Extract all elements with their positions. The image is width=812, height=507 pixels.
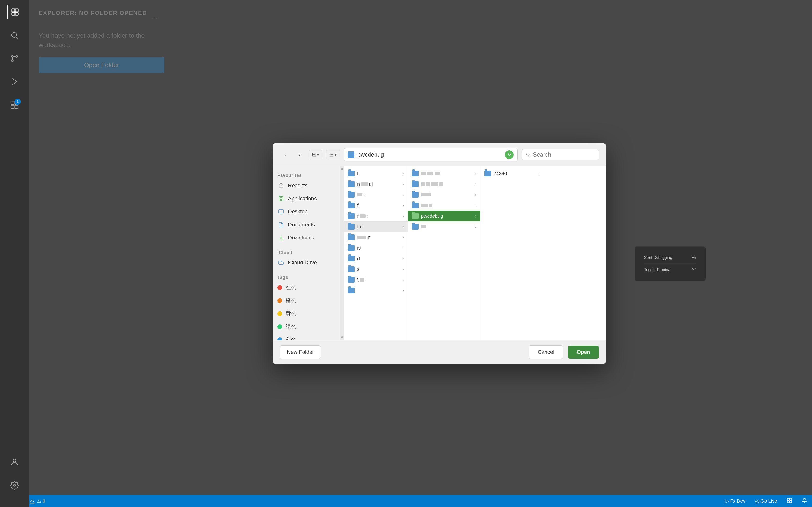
svg-point-8 [11, 60, 13, 62]
svg-point-14 [13, 459, 16, 462]
dialog-body: Favourites Recents [272, 166, 606, 340]
back-button[interactable]: ‹ [280, 149, 291, 160]
forward-button[interactable]: › [294, 149, 305, 160]
svg-rect-23 [278, 210, 284, 213]
location-refresh-button[interactable]: ↻ [505, 150, 514, 159]
folder-icon [348, 181, 355, 187]
folder-icon [412, 192, 418, 198]
chevron-icon: › [403, 203, 404, 208]
file-item[interactable]: nul › [344, 179, 408, 189]
status-warnings[interactable]: ⚠ 0 [30, 498, 45, 504]
cancel-button[interactable]: Cancel [528, 345, 563, 359]
extensions-sidebar-icon[interactable]: 1 [7, 98, 22, 112]
file-item[interactable]: › [408, 200, 480, 211]
columns-view-button[interactable]: ⊞ ▾ [309, 150, 322, 160]
chevron-icon: › [403, 225, 404, 229]
chevron-icon: › [403, 246, 404, 250]
svg-rect-1 [15, 9, 18, 12]
sidebar-item-downloads[interactable]: Downloads [272, 231, 340, 244]
svg-line-5 [16, 37, 18, 39]
svg-rect-13 [15, 105, 18, 109]
folder-icon [348, 234, 355, 240]
folder-icon [348, 288, 355, 293]
sidebar-item-tag-red[interactable]: 红色 [272, 281, 340, 294]
account-icon[interactable] [7, 455, 22, 469]
open-button[interactable]: Open [568, 346, 599, 358]
sidebar-item-documents[interactable]: Documents [272, 218, 340, 231]
file-item-74860[interactable]: 74860 › [480, 168, 543, 179]
folder-icon [412, 181, 418, 187]
columns-chevron: ▾ [317, 153, 319, 157]
chevron-icon: › [475, 182, 476, 186]
desktop-icon [277, 208, 285, 215]
file-item[interactable]: › [344, 285, 408, 296]
sidebar-item-desktop[interactable]: Desktop [272, 205, 340, 218]
chevron-icon: › [475, 203, 476, 208]
list-chevron: ▾ [335, 153, 337, 157]
file-item[interactable]: is › [344, 243, 408, 253]
col1-scroll-up[interactable] [341, 168, 343, 170]
folder-icon [348, 171, 355, 176]
yellow-tag-label: 黄色 [286, 310, 296, 317]
new-folder-button[interactable]: New Folder [280, 345, 321, 359]
file-item[interactable]: s › [344, 264, 408, 275]
file-item[interactable]: \ › [344, 275, 408, 285]
file-item[interactable]: d › [344, 253, 408, 264]
file-item[interactable]: l › [344, 168, 408, 179]
file-item[interactable]: › [408, 179, 480, 189]
file-item[interactable]: f › [344, 200, 408, 211]
favourites-label: Favourites [272, 171, 340, 179]
notifications-item[interactable] [802, 498, 807, 504]
search-sidebar-icon[interactable] [7, 28, 22, 43]
sidebar-item-tag-yellow[interactable]: 黄色 [272, 307, 340, 320]
icloud-drive-label: iCloud Drive [288, 260, 317, 266]
explorer-icon[interactable] [7, 5, 22, 19]
chevron-icon: › [403, 235, 404, 239]
sidebar-item-tag-orange[interactable]: 橙色 [272, 294, 340, 307]
file-item[interactable]: f: › [344, 211, 408, 221]
search-bar [521, 149, 599, 160]
documents-icon [277, 221, 285, 228]
sidebar-item-tag-green[interactable]: 绿色 [272, 320, 340, 333]
desktop-label: Desktop [288, 209, 308, 215]
green-tag-label: 绿色 [286, 323, 296, 330]
file-browser: l › nul › : › [340, 166, 606, 340]
file-item[interactable]: : › [344, 189, 408, 200]
svg-point-15 [13, 484, 16, 487]
sidebar-item-icloud-drive[interactable]: iCloud Drive [272, 256, 340, 269]
run-icon[interactable] [7, 74, 22, 89]
chevron-icon: › [403, 257, 404, 261]
folder-icon [348, 224, 355, 230]
dialog-footer: New Folder Cancel Open [272, 340, 606, 364]
chevron-icon: › [403, 182, 404, 186]
source-control-icon[interactable] [7, 51, 22, 66]
sidebar-item-applications[interactable]: Applications [272, 192, 340, 205]
settings-icon[interactable] [7, 478, 22, 493]
green-tag-dot [277, 324, 282, 329]
sidebar-item-recents[interactable]: Recents [272, 179, 340, 192]
file-item[interactable]: › [408, 189, 480, 200]
svg-rect-19 [279, 196, 281, 198]
go-live-item[interactable]: ◎ Go Live [755, 498, 777, 504]
location-bar: pwcdebug ↻ [344, 148, 518, 161]
list-view-button[interactable]: ⊟ ▾ [326, 150, 340, 160]
extensions-badge: 1 [14, 99, 21, 105]
file-column-1: l › nul › : › [340, 166, 408, 340]
search-input[interactable] [533, 151, 595, 158]
remote-item[interactable] [787, 498, 792, 504]
remote-icon [787, 498, 792, 503]
file-open-dialog: ‹ › ⊞ ▾ ⊟ ▾ pwcdebug ↻ Favourites [272, 143, 606, 364]
file-item-pwcdebug[interactable]: pwcdebug › [408, 211, 480, 221]
file-item-selected-col1[interactable]: f c › [344, 221, 408, 232]
red-tag-dot [277, 285, 282, 290]
file-item[interactable]: › [408, 168, 480, 179]
folder-icon [348, 213, 355, 219]
bell-icon [802, 498, 807, 503]
sidebar-item-tag-blue[interactable]: 蓝色 [272, 333, 340, 340]
file-item[interactable]: › [408, 221, 480, 232]
file-item[interactable]: m › [344, 232, 408, 243]
col1-scroll-down[interactable] [341, 336, 343, 338]
fx-dev-item[interactable]: ▷ Fx Dev [725, 498, 746, 504]
folder-icon [348, 203, 355, 208]
svg-rect-0 [12, 9, 14, 12]
